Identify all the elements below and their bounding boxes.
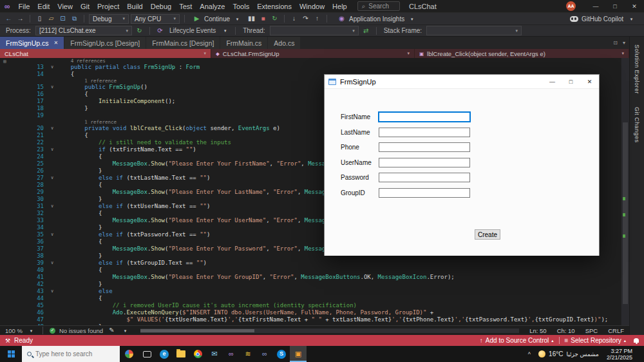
breakpoint-margin[interactable] [0,281,33,288]
zoom-level[interactable]: 100 % [5,327,23,334]
window-restore-button[interactable]: □ [605,0,625,12]
menu-test[interactable]: Test [175,0,196,12]
task-view-button[interactable] [138,346,156,362]
breakpoint-margin[interactable] [0,260,33,267]
taskbar-search-input[interactable] [35,350,115,357]
step-out-icon[interactable]: ↑ [312,15,322,22]
account-avatar[interactable]: AA [566,1,576,11]
breakpoint-margin[interactable] [0,189,33,196]
member-dropdown[interactable]: ▣ lblCreate_Click(object sender, EventAr… [415,49,629,58]
taskbar-clock[interactable]: 3:27 PM 2/21/2025 [607,348,632,361]
breakpoint-margin[interactable] [0,231,33,238]
select-repository-button[interactable]: ≡ Select Repository ▴ [565,337,626,344]
menu-analyze[interactable]: Analyze [196,0,229,12]
taskbar-app-mail[interactable]: ✉ [206,346,223,362]
taskbar-app-microsoft-edge[interactable]: e [156,346,173,362]
notifications-bell-icon[interactable] [634,338,639,343]
collapse-chevron-icon[interactable]: ∨ [48,175,57,182]
breakpoint-margin[interactable] [0,224,33,231]
navigate-back-icon[interactable]: ← [4,15,14,22]
breakpoint-margin[interactable] [0,146,33,153]
field-input-password[interactable] [379,173,470,182]
breakpoint-margin[interactable] [0,309,33,316]
process-dropdown[interactable]: [2112] CLsChat.exe ▾ [35,26,132,35]
frmsignup-title-bar[interactable]: FrmSignUp — □ ✕ [325,75,599,89]
stop-debugging-icon[interactable]: ■ [258,15,268,22]
continue-button[interactable]: ▶ Continue ▾ [189,15,245,23]
menu-file[interactable]: File [15,0,34,12]
pencil-icon[interactable]: ✎ [107,327,117,334]
breakpoint-margin[interactable] [0,196,33,203]
frmsignup-minimize-button[interactable]: — [543,75,562,88]
create-button[interactable]: Create [475,229,500,240]
taskbar-app-file-explorer[interactable] [173,346,189,362]
breakpoint-margin[interactable] [0,238,33,245]
project-dropdown[interactable]: CLsChat ▾ [0,49,211,58]
collapse-chevron-icon[interactable]: ∨ [48,260,57,267]
new-file-icon[interactable]: ▯ [35,15,44,22]
collapse-chevron-icon[interactable]: ∨ [48,146,57,153]
breakpoint-margin[interactable] [0,139,33,146]
taskbar-app-google-chrome[interactable] [189,346,206,362]
breakpoint-margin[interactable] [0,84,33,91]
taskbar-app-visual-studio-2[interactable]: ∞ [256,346,273,362]
save-all-icon[interactable]: ⧉ [70,15,79,22]
tab-ado-cs[interactable]: Ado.cs [268,37,300,49]
refresh-process-icon[interactable]: ↻ [135,28,144,34]
tab-solution-explorer[interactable]: Solution Explorer [634,44,640,94]
menu-build[interactable]: Build [123,0,146,12]
breakpoint-margin[interactable] [0,125,33,132]
menu-git[interactable]: Git [77,0,93,12]
breakpoint-margin[interactable] [0,175,33,182]
tab-frmmain-cs-design[interactable]: FrmMain.cs [Design] [146,37,220,49]
collapse-chevron-icon[interactable]: ∨ [48,125,57,132]
field-input-phone[interactable] [379,142,470,152]
collapse-chevron-icon[interactable]: ∨ [48,203,57,210]
add-to-source-control-button[interactable]: ↑ Add to Source Control ▴ [480,337,554,344]
collapse-chevron-icon[interactable]: ∨ [48,231,57,238]
taskbar-app-sql-server[interactable]: ≋ [240,346,256,362]
breakpoint-margin[interactable] [0,64,33,71]
breakpoint-margin[interactable] [0,217,33,224]
breakpoint-margin[interactable] [0,153,33,160]
window-close-button[interactable]: ✕ [625,0,644,12]
application-insights-button[interactable]: ◉ Application Insights ▾ [337,15,417,23]
open-folder-icon[interactable]: ▱ [46,15,56,22]
solution-platform-dropdown[interactable]: Any CPU ▾ [131,14,180,24]
editor-vertical-scrollbar[interactable] [621,58,629,325]
widgets-button[interactable] [120,346,138,362]
breakpoint-margin[interactable] [0,78,33,84]
scrollbar-thumb[interactable] [140,329,254,332]
breakpoint-margin[interactable] [0,295,33,302]
collapse-chevron-icon[interactable]: ∨ [48,288,57,295]
navigate-forward-icon[interactable]: → [15,15,25,22]
tab-pin-icon[interactable]: ⊡ [613,40,618,46]
taskbar-app-visual-studio[interactable]: ∞ [223,346,240,362]
menu-view[interactable]: View [53,0,77,12]
breakpoint-margin[interactable] [0,245,33,252]
start-button[interactable] [0,346,22,362]
field-input-username[interactable] [379,158,470,167]
spaces-indicator[interactable]: SPC [585,327,598,334]
restart-icon[interactable]: ↻ [270,15,279,22]
taskbar-search-box[interactable] [22,346,120,362]
field-input-groupid[interactable] [379,188,470,198]
thread-navigate-icon[interactable]: ⇄ [361,28,371,34]
menu-edit[interactable]: Edit [33,0,53,12]
taskbar-app-skype[interactable]: S [273,346,290,362]
break-all-icon[interactable]: ▮▮ [247,15,256,22]
tab-frmmain-cs[interactable]: FrmMain.cs [220,37,267,49]
breakpoint-margin[interactable] [0,302,33,309]
tab-list-chevron-icon[interactable]: ▾ [623,40,625,46]
step-over-icon[interactable]: ↷ [301,15,310,22]
window-minimize-button[interactable]: — [586,0,605,12]
tab-frmsignup-cs[interactable]: FrmSignUp.cs✕ [0,37,64,49]
thread-dropdown[interactable]: ▾ [270,26,359,35]
breakpoint-margin[interactable] [0,316,33,323]
breakpoint-margin[interactable] [0,167,33,175]
frmsignup-close-button[interactable]: ✕ [580,75,599,88]
weather-widget[interactable]: 16°C مشمس جزئيا [538,350,599,357]
collapse-chevron-icon[interactable]: ∨ [48,84,57,91]
breakpoint-margin[interactable] [0,91,33,98]
breakpoint-margin[interactable] [0,112,33,119]
